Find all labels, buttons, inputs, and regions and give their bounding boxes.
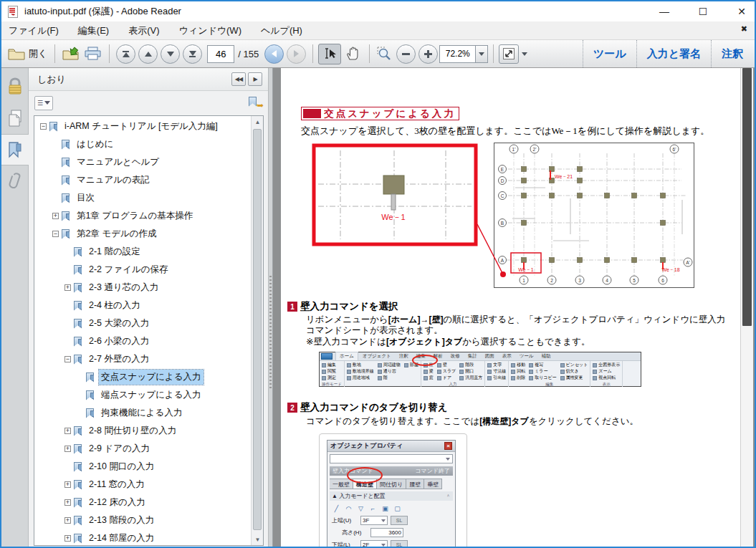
wall-type-tab[interactable]: 腰壁: [406, 479, 424, 489]
menu-item[interactable]: ファイル(F): [9, 24, 59, 37]
ribbon-tab[interactable]: 図面: [482, 352, 498, 360]
expander-icon[interactable]: [64, 517, 71, 524]
last-page-button[interactable]: [183, 44, 202, 64]
tools-pane-button[interactable]: ツール: [583, 40, 636, 67]
bookmark-item[interactable]: 2-6 小梁の入力: [34, 332, 251, 350]
bookmark-item[interactable]: 2-12 床の入力: [34, 494, 251, 511]
input-mode-icon[interactable]: ▣: [381, 504, 390, 513]
scroll-down-icon[interactable]: ▼: [252, 534, 264, 545]
ribbon-button[interactable]: 壁: [437, 362, 456, 368]
expander-icon[interactable]: [64, 535, 71, 542]
preset-combobox[interactable]: [330, 454, 453, 463]
pane-close-icon[interactable]: ✖: [741, 24, 747, 34]
ribbon-button[interactable]: 梁: [424, 368, 434, 375]
zoom-dropdown-button[interactable]: [475, 45, 488, 63]
menu-item[interactable]: ウィンドウ(W): [179, 24, 241, 37]
ribbon-button[interactable]: 引出線: [487, 375, 506, 381]
bottom-sl-button[interactable]: SL: [391, 540, 408, 548]
bookmark-item[interactable]: 2-2 ファイルの保存: [34, 261, 251, 279]
ribbon-button[interactable]: 全図形表示: [593, 362, 620, 368]
next-view-button[interactable]: [287, 44, 306, 64]
ribbon-button[interactable]: 編集: [322, 362, 336, 368]
panel-splitter[interactable]: [268, 68, 273, 547]
ribbon-tab[interactable]: 補助: [538, 352, 555, 360]
open-button[interactable]: 開く: [6, 45, 49, 62]
expander-icon[interactable]: [40, 123, 47, 130]
bookmark-item[interactable]: マニュアルの表記: [34, 171, 251, 189]
bookmark-item[interactable]: 交点スナップによる入力: [34, 368, 251, 386]
expander-icon[interactable]: [64, 356, 71, 362]
ribbon-button[interactable]: 取りコピー: [529, 375, 556, 381]
bookmark-item[interactable]: 2-11 窓の入力: [34, 476, 251, 494]
previous-page-button[interactable]: [138, 44, 158, 64]
close-button[interactable]: ✕: [735, 6, 749, 17]
expand-panel-button[interactable]: ▶: [248, 72, 262, 86]
ribbon-button[interactable]: 周辺建物: [378, 362, 401, 368]
attachments-tab[interactable]: [1, 165, 29, 197]
ribbon-button[interactable]: 敷地境界線: [347, 368, 374, 375]
ribbon-button[interactable]: 階段: [459, 362, 482, 368]
top-level-select[interactable]: 3F: [360, 516, 388, 525]
next-page-button[interactable]: [161, 44, 180, 64]
ribbon-tab[interactable]: ツール: [516, 352, 537, 360]
bookmark-item[interactable]: 端点スナップによる入力: [34, 386, 251, 404]
document-area[interactable]: 交点スナップによる入力 交点スナップを選択して、3枚の壁を配置します。ここではW…: [273, 68, 755, 547]
bookmark-item[interactable]: 2-8 間仕切り壁の入力: [34, 422, 251, 440]
ribbon-button[interactable]: 敷地: [347, 362, 374, 368]
fit-page-button[interactable]: [499, 44, 519, 64]
ribbon-button[interactable]: 寸法線: [487, 368, 506, 375]
save-as-button[interactable]: [60, 44, 82, 63]
collapse-panel-button[interactable]: ◀◀: [231, 72, 246, 86]
ribbon-button[interactable]: 用途地域: [347, 375, 374, 381]
first-page-button[interactable]: [116, 44, 135, 64]
ribbon-button[interactable]: ピンセット: [560, 362, 588, 368]
menu-item[interactable]: 表示(V): [128, 24, 159, 37]
bookmark-item[interactable]: はじめに: [34, 135, 251, 153]
pages-tab[interactable]: [1, 102, 29, 134]
ribbon-button[interactable]: 複写: [529, 362, 556, 368]
ribbon-tab[interactable]: 改修: [447, 352, 464, 360]
bookmark-options-button[interactable]: ☰: [34, 96, 53, 110]
ribbon-button[interactable]: 回転: [511, 368, 525, 375]
input-mode-icon[interactable]: ╱: [332, 504, 341, 513]
ribbon-button[interactable]: 視点回転: [593, 375, 620, 381]
close-icon[interactable]: ×: [444, 442, 452, 450]
expander-icon[interactable]: [64, 284, 71, 291]
title-bar[interactable]: iatuto-input.pdf (保護) - Adobe Reader — ☐…: [1, 1, 755, 21]
bookmark-item[interactable]: 2-14 部屋の入力: [34, 529, 251, 546]
fill-sign-pane-button[interactable]: 入力と署名: [637, 40, 711, 67]
ribbon-button[interactable]: ドア: [437, 375, 456, 381]
bookmark-item[interactable]: 第1章 プログラムの基本操作: [34, 207, 251, 225]
bottom-level-select[interactable]: 2F: [360, 540, 388, 548]
ribbon-button[interactable]: 階: [378, 375, 401, 381]
new-bookmark-button[interactable]: ➥: [247, 96, 262, 110]
ribbon-button[interactable]: 属性変更: [560, 375, 588, 381]
ribbon-button[interactable]: 移動: [511, 362, 525, 368]
ribbon-button[interactable]: 切欠き: [560, 368, 588, 375]
bookmark-item[interactable]: i-ARM チュートリアル [モデル入力編]: [34, 117, 251, 135]
bookmark-item[interactable]: 2-13 階段の入力: [34, 511, 251, 529]
scroll-up-icon[interactable]: ＾: [446, 493, 451, 500]
bookmark-item[interactable]: 2-7 外壁の入力: [34, 350, 251, 368]
ribbon-tab[interactable]: ホーム: [335, 352, 358, 360]
ribbon-button[interactable]: ズーム: [593, 368, 620, 375]
bookmark-item[interactable]: 2-4 柱の入力: [34, 297, 251, 314]
input-mode-icon[interactable]: ◠: [344, 504, 353, 513]
bookmarks-scrollbar[interactable]: ▲ ▼: [251, 116, 263, 545]
bookmark-item[interactable]: 2-5 大梁の入力: [34, 314, 251, 332]
expander-icon[interactable]: [64, 499, 71, 506]
scroll-up-icon[interactable]: ▲: [252, 116, 264, 128]
section-header[interactable]: ▲ 入力モードと配置 ＾: [330, 491, 453, 501]
ribbon-button[interactable]: 通り芯: [378, 368, 401, 375]
command-end-button[interactable]: コマンド終了: [415, 467, 450, 475]
bookmark-item[interactable]: 2-10 開口の入力: [34, 458, 251, 476]
ribbon-button[interactable]: 開口: [459, 368, 482, 375]
expander-icon[interactable]: [64, 481, 71, 488]
bookmark-item[interactable]: 第2章 モデルの作成: [34, 225, 251, 243]
document-scrollbar[interactable]: [740, 68, 753, 547]
bookmark-item[interactable]: 拘束機能による入力: [34, 404, 251, 422]
print-button[interactable]: [82, 44, 104, 63]
ribbon-tab[interactable]: 表示: [499, 352, 515, 360]
zoom-out-button[interactable]: [396, 44, 416, 64]
bookmark-item[interactable]: 2-1 階の設定: [34, 243, 251, 261]
